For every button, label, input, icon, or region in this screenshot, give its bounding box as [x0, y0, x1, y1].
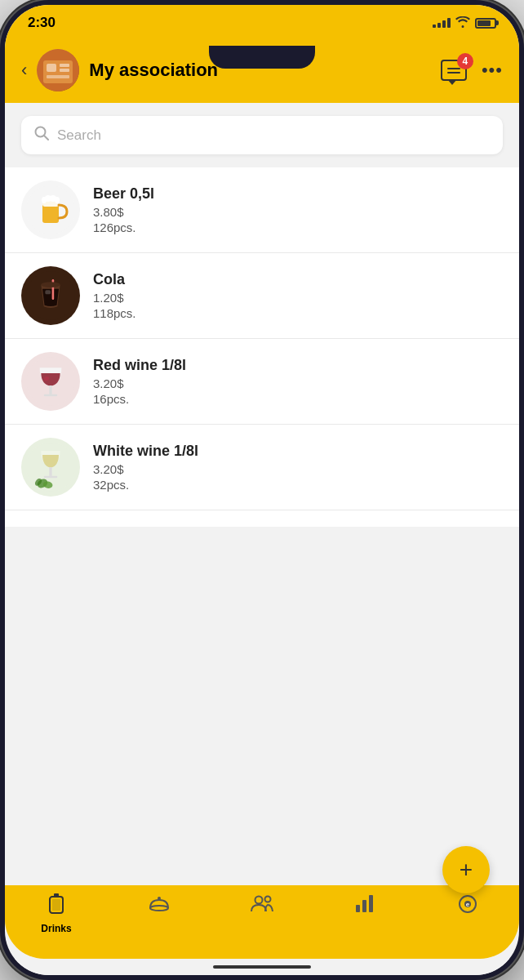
svg-rect-4 [60, 69, 69, 72]
svg-line-7 [44, 136, 48, 140]
svg-rect-25 [49, 467, 51, 477]
svg-rect-22 [44, 394, 58, 397]
item-name: Cola [93, 271, 503, 288]
food-icon [149, 893, 170, 918]
search-container: Search [5, 103, 519, 167]
svg-rect-37 [356, 905, 360, 912]
svg-rect-39 [369, 895, 373, 912]
svg-rect-3 [60, 64, 69, 67]
svg-rect-21 [49, 385, 51, 395]
more-button[interactable]: ••• [482, 60, 503, 81]
drinks-icon [47, 893, 66, 920]
svg-rect-16 [45, 290, 51, 294]
item-qty: 126pcs. [93, 220, 503, 234]
svg-point-35 [255, 897, 263, 904]
members-icon [251, 893, 273, 916]
item-info-redwine: Red wine 1/8l 3.20$ 16pcs. [93, 357, 503, 406]
notification-badge: 4 [457, 53, 473, 69]
list-item[interactable]: Beer 0,5l 3.80$ 126pcs. [5, 167, 519, 253]
content-spacer [5, 527, 519, 886]
svg-point-33 [150, 906, 168, 911]
chat-button[interactable]: 4 [441, 60, 467, 81]
search-box[interactable]: Search [21, 116, 503, 154]
item-image-cola [21, 266, 80, 325]
item-list: Beer 0,5l 3.80$ 126pcs. [5, 167, 519, 527]
list-item[interactable]: Red wine 1/8l 3.20$ 16pcs. [5, 339, 519, 425]
back-button[interactable]: ‹ [21, 60, 27, 81]
home-indicator [5, 959, 519, 975]
item-name: Beer 0,5l [93, 185, 503, 203]
header-left: ‹ My association [21, 49, 218, 91]
item-name: White wine 1/8l [93, 443, 503, 460]
item-image-beer [21, 180, 80, 239]
list-item[interactable]: White wine 1/8l 3.20$ 32pcs. [5, 425, 519, 510]
list-item[interactable]: Cola 1.20$ 118pcs. [5, 253, 519, 339]
item-price: 3.80$ [93, 205, 503, 219]
status-bar: 2:30 [5, 5, 519, 41]
item-price: 1.20$ [93, 291, 503, 305]
search-placeholder: Search [57, 127, 101, 144]
item-qty: 32pcs. [93, 478, 503, 492]
main-content: Search [5, 103, 519, 885]
bottom-nav: Drinks [5, 885, 519, 959]
wifi-icon [455, 16, 470, 30]
item-info-whitewine: White wine 1/8l 3.20$ 32pcs. [93, 443, 503, 492]
page-title: My association [89, 60, 218, 81]
nav-item-drinks[interactable]: Drinks [5, 893, 108, 934]
status-time: 2:30 [28, 15, 56, 31]
svg-rect-38 [362, 900, 366, 912]
nav-item-food[interactable] [108, 893, 211, 921]
nav-label-drinks: Drinks [41, 923, 71, 934]
svg-rect-34 [158, 897, 161, 900]
svg-point-19 [41, 282, 60, 287]
item-price: 3.20$ [93, 462, 503, 476]
status-icons [433, 16, 496, 30]
avatar [37, 49, 79, 91]
nav-item-settings[interactable]: e [416, 893, 519, 921]
svg-rect-32 [54, 893, 59, 898]
item-image-whitewine [21, 438, 80, 497]
stats-icon [354, 893, 375, 916]
header-right: 4 ••• [441, 60, 503, 81]
notch [209, 46, 315, 69]
screen: 2:30 [5, 5, 519, 975]
item-qty: 16pcs. [93, 392, 503, 406]
item-info-cola: Cola 1.20$ 118pcs. [93, 271, 503, 320]
add-item-button[interactable]: + [442, 846, 490, 893]
svg-rect-5 [47, 75, 69, 78]
svg-text:e: e [466, 901, 470, 908]
svg-point-14 [55, 197, 60, 203]
item-price: 3.20$ [93, 376, 503, 390]
svg-point-36 [265, 897, 271, 902]
phone-frame: 2:30 [0, 0, 524, 980]
battery-icon [475, 18, 496, 29]
settings-icon: e [457, 893, 478, 918]
search-icon [34, 126, 49, 145]
svg-rect-2 [47, 64, 56, 72]
nav-item-members[interactable] [211, 893, 313, 920]
nav-item-stats[interactable] [313, 893, 416, 920]
item-qty: 118pcs. [93, 306, 503, 320]
item-info-beer: Beer 0,5l 3.80$ 126pcs. [93, 185, 503, 234]
svg-rect-26 [44, 476, 58, 479]
svg-rect-31 [52, 899, 60, 911]
item-image-redwine [21, 352, 80, 411]
item-name: Red wine 1/8l [93, 357, 503, 374]
signal-icon [433, 18, 451, 28]
